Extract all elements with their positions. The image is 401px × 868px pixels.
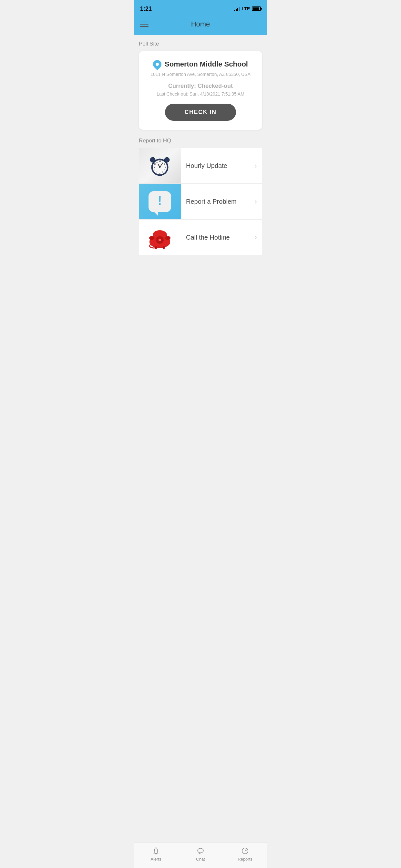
svg-text:11: 11 <box>156 161 158 163</box>
svg-point-18 <box>159 166 160 168</box>
svg-text:12: 12 <box>159 160 161 162</box>
report-hq-label: Report to HQ <box>139 137 262 144</box>
status-time: 1:21 <box>140 5 152 12</box>
report-problem-arrow: › <box>254 184 262 219</box>
svg-point-33 <box>157 242 158 243</box>
hourly-update-arrow: › <box>254 148 262 183</box>
battery-icon <box>252 6 261 11</box>
svg-point-30 <box>162 240 164 241</box>
school-name: Somerton Middle School <box>165 60 248 68</box>
clock-icon: 12 3 6 9 1 2 4 5 7 8 10 11 <box>147 153 173 179</box>
check-status: Currently: Checked-out <box>145 83 256 89</box>
call-hotline-label: Call the Hotline <box>186 234 230 241</box>
call-hotline-text: Call the Hotline <box>181 220 254 255</box>
svg-point-34 <box>156 240 157 241</box>
svg-text:5: 5 <box>162 171 163 173</box>
lte-label: LTE <box>242 6 250 11</box>
svg-point-38 <box>158 239 161 241</box>
svg-text:7: 7 <box>157 171 158 173</box>
svg-point-24 <box>149 236 154 240</box>
location-pin-icon <box>153 60 161 68</box>
svg-rect-36 <box>155 246 157 249</box>
status-icons: LTE <box>234 6 261 11</box>
svg-point-1 <box>150 157 155 162</box>
svg-rect-19 <box>159 159 160 160</box>
hourly-update-text: Hourly Update <box>181 148 254 183</box>
school-name-row: Somerton Middle School <box>145 60 256 68</box>
svg-text:8: 8 <box>155 169 156 171</box>
hourly-update-item[interactable]: 12 3 6 9 1 2 4 5 7 8 10 11 <box>139 148 262 184</box>
svg-text:4: 4 <box>164 169 165 171</box>
hamburger-menu-button[interactable] <box>140 22 149 27</box>
report-problem-text: Report a Problem <box>181 184 254 219</box>
svg-text:10: 10 <box>154 163 156 165</box>
call-hotline-arrow: › <box>254 220 262 255</box>
report-problem-item[interactable]: ! Report a Problem › <box>139 184 262 220</box>
app-header: Home <box>134 16 267 35</box>
svg-point-32 <box>159 243 160 244</box>
report-problem-image: ! <box>139 184 181 219</box>
svg-point-25 <box>165 236 171 240</box>
page-title: Home <box>191 20 210 28</box>
hourly-update-label: Hourly Update <box>186 162 227 169</box>
check-in-button[interactable]: CHECK IN <box>165 104 236 121</box>
svg-text:2: 2 <box>164 163 165 165</box>
svg-point-2 <box>164 157 169 162</box>
report-problem-label: Report a Problem <box>186 198 237 206</box>
signal-icon <box>234 6 240 11</box>
poll-site-card: Somerton Middle School 1011 N Somerton A… <box>139 51 262 130</box>
svg-point-31 <box>161 242 162 243</box>
hourly-update-image: 12 3 6 9 1 2 4 5 7 8 10 11 <box>139 148 181 183</box>
svg-rect-37 <box>163 246 165 249</box>
alert-bubble-icon: ! <box>149 191 171 212</box>
report-items-list: 12 3 6 9 1 2 4 5 7 8 10 11 <box>139 148 262 255</box>
main-content: Poll Site Somerton Middle School 1011 N … <box>134 35 267 261</box>
call-hotline-image <box>139 220 181 255</box>
svg-point-35 <box>157 237 158 238</box>
svg-point-28 <box>159 236 160 237</box>
poll-site-label: Poll Site <box>139 41 262 47</box>
status-bar: 1:21 LTE <box>134 0 267 16</box>
call-hotline-item[interactable]: Call the Hotline › <box>139 220 262 255</box>
svg-point-29 <box>162 237 163 238</box>
school-address: 1011 N Somerton Ave, Somerton, AZ 85350,… <box>145 72 256 77</box>
last-checkout-time: Last Check-out: Sun, 4/18/2021 7:51:35 A… <box>145 91 256 97</box>
telephone-icon <box>145 224 174 250</box>
